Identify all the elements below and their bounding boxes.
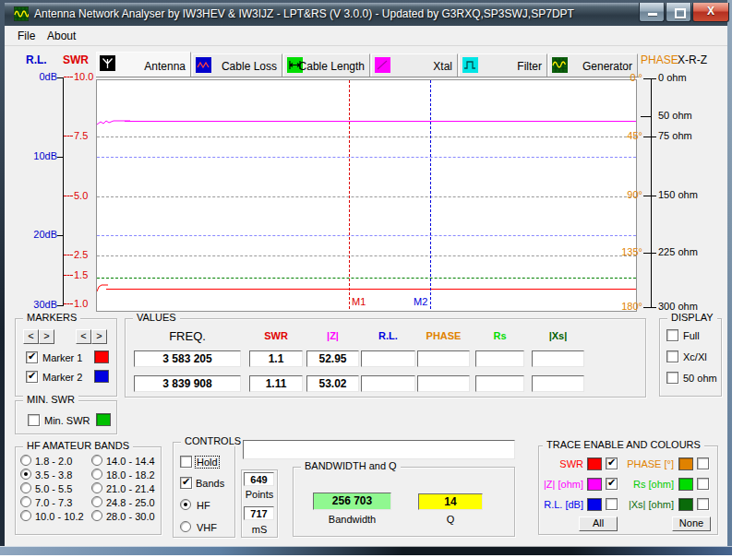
marker2-left-button[interactable]: <	[76, 329, 91, 344]
marker2-checkbox[interactable]	[26, 371, 38, 383]
xrz-axis-title: X-R-Z	[678, 53, 707, 66]
vhf-radio[interactable]	[180, 521, 191, 532]
trace-none-button[interactable]: None	[672, 516, 711, 531]
rl-axis-title: R.L.	[26, 53, 47, 66]
display-xcxl-label: Xc/Xl	[683, 351, 707, 362]
values-header-swr: SWR	[249, 330, 303, 341]
bandwidth-value: 256 703	[313, 493, 391, 510]
value-z-m2: 53.02	[306, 375, 359, 392]
band-label: 5.0 - 5.5	[35, 483, 72, 494]
maximize-button[interactable]	[666, 3, 691, 22]
menu-file[interactable]: File	[18, 30, 35, 42]
tab-cable-length[interactable]: Cable Length	[283, 53, 370, 77]
marker1-color-swatch[interactable]	[94, 350, 109, 363]
band-label: 28.0 - 30.0	[106, 511, 155, 522]
values-header-z: |Z|	[306, 330, 359, 341]
marker1-checkbox[interactable]	[26, 351, 38, 363]
bandwidth-groupbox-title: BANDWIDTH and Q	[301, 460, 401, 471]
ms-value: 717	[244, 506, 274, 520]
filter-icon	[462, 57, 478, 73]
display-groupbox-title: DISPLAY	[667, 312, 717, 323]
band-radio-21.0-21.4[interactable]	[91, 482, 102, 493]
trace-groupbox-title: TRACE ENABLE AND COLOURS	[543, 439, 704, 450]
trace-z-checkbox[interactable]	[606, 478, 618, 490]
trace-rs-checkbox[interactable]	[697, 478, 709, 490]
swr-trace-wiggle	[97, 281, 108, 292]
values-header-rs: Rs	[475, 330, 524, 341]
display-50ohm-label: 50 ohm	[683, 373, 717, 384]
band-radio-1.8-2.0[interactable]	[20, 455, 31, 466]
bands-checkbox[interactable]	[180, 477, 192, 489]
swr-trace	[106, 289, 636, 290]
tab-cable-loss[interactable]: Cable Loss	[192, 53, 282, 77]
marker1-label: Marker 1	[42, 352, 82, 363]
hf-radio[interactable]	[180, 499, 191, 510]
min-swr-checkbox[interactable]	[28, 414, 40, 426]
band-radio-14.0-14.4[interactable]	[91, 455, 102, 466]
marker1-right-button[interactable]: >	[39, 329, 54, 344]
trace-phase-checkbox[interactable]	[697, 457, 709, 469]
values-header-xs: |Xs|	[532, 330, 584, 341]
min-swr-label: Min. SWR	[44, 415, 90, 426]
min-swr-color-swatch[interactable]	[96, 413, 111, 426]
values-header-freq: FREQ.	[134, 329, 241, 343]
trace-rs-swatch[interactable]	[678, 478, 693, 491]
marker2-color-swatch[interactable]	[94, 370, 109, 383]
hold-checkbox[interactable]	[180, 456, 192, 468]
band-radio-3.5-3.8[interactable]	[20, 469, 31, 480]
value-rs-m1	[475, 350, 524, 367]
trace-swr-swatch[interactable]	[587, 457, 602, 470]
menu-about[interactable]: About	[47, 30, 76, 42]
trace-rs-label: Rs [ohm]	[620, 479, 674, 490]
trace-rl-swatch[interactable]	[587, 498, 602, 511]
marker-line-M2[interactable]	[430, 80, 431, 309]
bands-groupbox-title: HF AMATEUR BANDS	[23, 440, 133, 451]
display-50ohm-checkbox[interactable]	[666, 372, 678, 384]
band-label: 3.5 - 3.8	[35, 469, 72, 481]
xtal-icon	[375, 57, 390, 73]
trace-all-button[interactable]: All	[579, 516, 618, 531]
display-xcxl-checkbox[interactable]	[666, 350, 678, 362]
trace-swr-checkbox[interactable]	[606, 457, 618, 469]
value-rl-m2	[361, 375, 415, 392]
marker-label-M1: M1	[352, 296, 366, 307]
tab-antenna[interactable]: Antenna	[96, 52, 191, 77]
display-full-label: Full	[683, 330, 700, 341]
chart-plot-area[interactable]: M1M2	[96, 79, 637, 312]
trace-phase-swatch[interactable]	[678, 457, 693, 470]
value-xs-m1	[532, 350, 584, 367]
band-label: 14.0 - 14.4	[106, 456, 155, 467]
tab-cable-loss-label: Cable Loss	[222, 60, 277, 73]
band-radio-7.0-7.3[interactable]	[20, 496, 31, 507]
marker-line-M1[interactable]	[349, 80, 350, 309]
band-radio-10.0-10.2[interactable]	[20, 510, 31, 521]
tab-filter[interactable]: Filter	[459, 53, 547, 77]
points-value: 649	[244, 472, 274, 486]
band-radio-28.0-30.0[interactable]	[91, 510, 102, 521]
band-label: 21.0 - 21.4	[106, 483, 155, 494]
value-rs-m2	[475, 375, 524, 392]
minimize-button[interactable]	[639, 3, 665, 22]
trace-rl-checkbox[interactable]	[606, 498, 618, 510]
title-bar[interactable]: Antenna Network Analyser by IW3HEV & IW3…	[5, 3, 727, 26]
marker2-right-button[interactable]: >	[91, 329, 107, 344]
trace-xs-swatch[interactable]	[678, 498, 693, 511]
trace-z-swatch[interactable]	[587, 478, 602, 491]
trace-xs-checkbox[interactable]	[697, 498, 709, 510]
app-window: Antenna Network Analyser by IW3HEV & IW3…	[0, 0, 732, 555]
tab-generator[interactable]: Generator	[548, 53, 638, 77]
status-input[interactable]	[243, 440, 515, 459]
band-radio-5.0-5.5[interactable]	[20, 482, 31, 493]
tab-xtal[interactable]: Xtal	[371, 53, 458, 77]
value-swr-m2: 1.11	[249, 375, 303, 392]
marker1-left-button[interactable]: <	[23, 329, 39, 344]
value-phase-m1	[417, 350, 470, 367]
display-full-checkbox[interactable]	[666, 329, 678, 341]
app-icon	[14, 6, 29, 21]
band-radio-24.8-25.0[interactable]	[91, 496, 102, 507]
band-radio-18.0-18.2[interactable]	[91, 469, 102, 480]
bands-checkbox-label: Bands	[196, 478, 224, 489]
close-button[interactable]: X	[692, 3, 729, 22]
gridline	[97, 255, 636, 256]
tab-xtal-label: Xtal	[433, 60, 452, 73]
